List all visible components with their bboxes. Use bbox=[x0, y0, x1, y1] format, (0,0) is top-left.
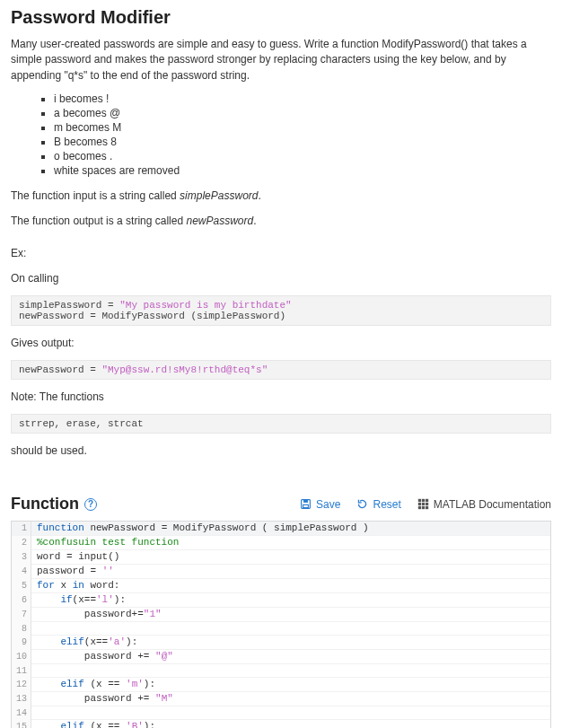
example-output-code: newPassword = "Myp@ssw.rd!sMy8!rthd@teq*… bbox=[11, 360, 551, 380]
editor-row[interactable]: 9 elif(x=='a'): bbox=[12, 636, 550, 650]
line-number: 1 bbox=[12, 522, 31, 536]
code-line[interactable] bbox=[31, 622, 550, 636]
intro-paragraph: Many user-created passwords are simple a… bbox=[11, 37, 551, 83]
output-desc-pre: The function output is a string called bbox=[11, 215, 186, 227]
ex-in-str: "My password is my birthdate" bbox=[119, 300, 291, 311]
svg-rect-9 bbox=[418, 506, 421, 509]
output-var-name: newPassword bbox=[186, 215, 253, 227]
rule-item: B becomes 8 bbox=[54, 136, 551, 148]
line-number: 8 bbox=[12, 622, 31, 636]
matlab-docs-link[interactable]: MATLAB Documentation bbox=[417, 498, 551, 511]
editor-actions: Save Reset MATLAB Documentation bbox=[300, 498, 551, 511]
ex-in-plain: simplePassword = bbox=[19, 300, 119, 311]
example-label: Ex: bbox=[11, 245, 551, 261]
editor-row[interactable]: 2%confusuin test function bbox=[12, 536, 550, 550]
functions-to-use: strrep, erase, strcat bbox=[11, 414, 551, 434]
line-number: 12 bbox=[12, 678, 31, 692]
editor-row[interactable]: 7 password+="1" bbox=[12, 608, 550, 622]
code-line[interactable]: password += "M" bbox=[31, 692, 550, 706]
ex-out-str: "Myp@ssw.rd!sMy8!rthd@teq*s" bbox=[101, 364, 268, 375]
function-section-title: Function bbox=[11, 495, 79, 513]
code-line[interactable]: %confusuin test function bbox=[31, 536, 550, 550]
line-number: 10 bbox=[12, 650, 31, 664]
line-number: 13 bbox=[12, 692, 31, 706]
page-title: Password Modifier bbox=[11, 7, 551, 28]
code-line[interactable]: elif (x == 'm'): bbox=[31, 678, 550, 692]
code-line[interactable]: password += "@" bbox=[31, 650, 550, 664]
editor-row[interactable]: 10 password += "@" bbox=[12, 650, 550, 664]
editor-row[interactable]: 4password = '' bbox=[12, 565, 550, 579]
svg-rect-2 bbox=[303, 504, 309, 507]
help-icon[interactable]: ? bbox=[84, 498, 97, 511]
svg-rect-7 bbox=[422, 503, 425, 505]
svg-rect-8 bbox=[426, 503, 428, 505]
svg-rect-6 bbox=[418, 503, 421, 505]
docs-label: MATLAB Documentation bbox=[434, 498, 551, 511]
editor-row[interactable]: 12 elif (x == 'm'): bbox=[12, 678, 550, 692]
save-button[interactable]: Save bbox=[300, 498, 340, 511]
function-section-heading: Function ? bbox=[11, 495, 97, 513]
example-input-code: simplePassword = "My password is my birt… bbox=[11, 295, 551, 326]
line-number: 7 bbox=[12, 608, 31, 622]
reset-button[interactable]: Reset bbox=[356, 498, 400, 511]
code-line[interactable]: function newPassword = ModifyPassword ( … bbox=[31, 522, 550, 536]
should-be-used-label: should be used. bbox=[11, 443, 551, 459]
code-line[interactable]: password = '' bbox=[31, 565, 550, 579]
line-number: 3 bbox=[12, 550, 31, 565]
rule-item: i becomes ! bbox=[54, 92, 551, 105]
editor-row[interactable]: 14 bbox=[12, 706, 550, 720]
line-number: 6 bbox=[12, 593, 31, 608]
code-line[interactable]: password+="1" bbox=[31, 608, 550, 622]
save-label: Save bbox=[316, 498, 340, 511]
line-number: 15 bbox=[12, 720, 31, 728]
code-line[interactable]: elif (x == 'B'): bbox=[31, 720, 550, 728]
line-number: 4 bbox=[12, 565, 31, 579]
code-line[interactable]: word = input() bbox=[31, 550, 550, 565]
editor-row[interactable]: 3word = input() bbox=[12, 550, 550, 565]
rule-item: a becomes @ bbox=[54, 107, 551, 119]
line-number: 11 bbox=[12, 664, 31, 678]
svg-rect-4 bbox=[422, 499, 425, 502]
code-line[interactable] bbox=[31, 706, 550, 720]
svg-rect-10 bbox=[422, 506, 425, 509]
ex-out-plain: newPassword = bbox=[19, 364, 101, 375]
rule-item: white spaces are removed bbox=[54, 164, 551, 177]
line-number: 2 bbox=[12, 536, 31, 550]
on-calling-label: On calling bbox=[11, 270, 551, 286]
editor-row[interactable]: 11 bbox=[12, 664, 550, 678]
period2: . bbox=[253, 215, 256, 227]
input-desc-pre: The function input is a string called bbox=[11, 189, 180, 202]
svg-rect-11 bbox=[426, 506, 428, 509]
period1: . bbox=[258, 189, 260, 202]
line-number: 5 bbox=[12, 579, 31, 593]
code-line[interactable] bbox=[31, 664, 550, 678]
code-line[interactable]: if(x=='l'): bbox=[31, 593, 550, 608]
ex-in-line2: newPassword = ModifyPassword (simplePass… bbox=[19, 311, 285, 321]
substitution-rules-list: i becomes !a becomes @m becomes MB becom… bbox=[54, 92, 551, 177]
line-number: 9 bbox=[12, 636, 31, 650]
editor-row[interactable]: 13 password += "M" bbox=[12, 692, 550, 706]
svg-rect-3 bbox=[418, 499, 421, 502]
output-description: The function output is a string called n… bbox=[11, 213, 551, 229]
line-number: 14 bbox=[12, 706, 31, 720]
svg-rect-5 bbox=[426, 499, 428, 502]
input-var-name: simplePassword bbox=[180, 189, 258, 202]
code-line[interactable]: elif(x=='a'): bbox=[31, 636, 550, 650]
input-description: The function input is a string called si… bbox=[11, 188, 551, 204]
note-label: Note: The functions bbox=[11, 389, 551, 405]
editor-row[interactable]: 1function newPassword = ModifyPassword (… bbox=[12, 522, 550, 536]
code-editor[interactable]: 1function newPassword = ModifyPassword (… bbox=[11, 521, 551, 728]
editor-row[interactable]: 6 if(x=='l'): bbox=[12, 593, 550, 608]
editor-row[interactable]: 15 elif (x == 'B'): bbox=[12, 720, 550, 728]
grid-icon bbox=[417, 498, 429, 510]
editor-row[interactable]: 5for x in word: bbox=[12, 579, 550, 593]
reset-icon bbox=[356, 498, 368, 510]
gives-output-label: Gives output: bbox=[11, 335, 551, 351]
rule-item: m becomes M bbox=[54, 121, 551, 134]
save-icon bbox=[300, 498, 312, 510]
svg-rect-1 bbox=[303, 500, 308, 503]
reset-label: Reset bbox=[373, 498, 400, 511]
code-line[interactable]: for x in word: bbox=[31, 579, 550, 593]
rule-item: o becomes . bbox=[54, 150, 551, 162]
editor-row[interactable]: 8 bbox=[12, 622, 550, 636]
